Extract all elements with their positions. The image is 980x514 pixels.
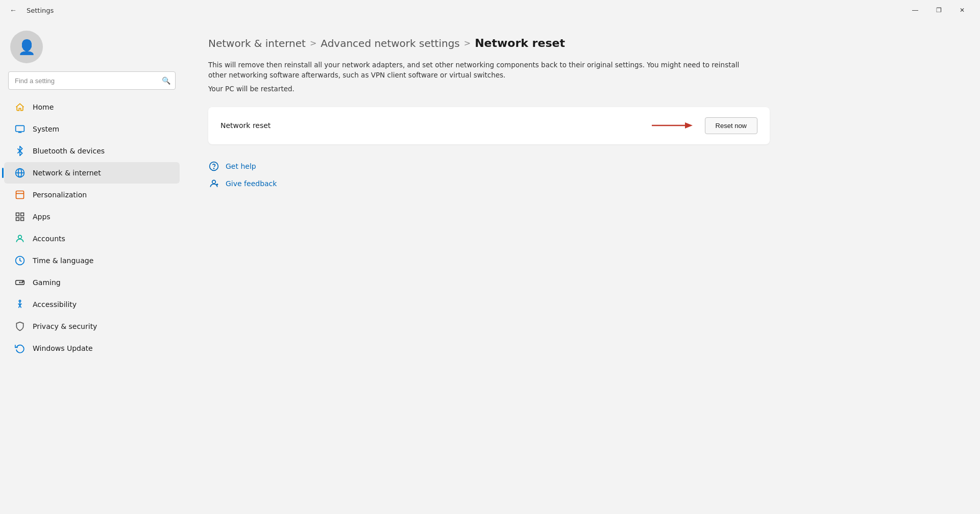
- update-icon: [14, 343, 26, 354]
- sidebar-item-label-gaming: Gaming: [33, 278, 61, 287]
- sidebar-item-accessibility[interactable]: Accessibility: [4, 294, 180, 315]
- sidebar-item-accounts[interactable]: Accounts: [4, 228, 180, 249]
- sidebar-item-label-network: Network & internet: [33, 169, 101, 177]
- help-link-give-feedback[interactable]: Give feedback: [208, 178, 412, 189]
- sidebar-item-label-system: System: [33, 125, 59, 133]
- sidebar-item-label-accessibility: Accessibility: [33, 300, 77, 309]
- apps-icon: [14, 211, 26, 222]
- back-button[interactable]: ←: [6, 3, 20, 17]
- system-icon: [14, 123, 26, 135]
- privacy-icon: [14, 321, 26, 332]
- maximize-button[interactable]: ❐: [927, 0, 950, 20]
- help-link-label-get-help: Get help: [226, 162, 256, 170]
- sidebar-item-bluetooth[interactable]: Bluetooth & devices: [4, 140, 180, 162]
- main-content: Network & internet > Advanced network se…: [184, 20, 980, 514]
- sidebar-item-gaming[interactable]: Gaming: [4, 272, 180, 293]
- user-profile[interactable]: 👤: [0, 20, 184, 71]
- sidebar-item-label-accounts: Accounts: [33, 235, 65, 243]
- sidebar-item-label-time: Time & language: [33, 256, 93, 265]
- give-feedback-icon: [208, 178, 219, 189]
- reset-now-button[interactable]: Reset now: [705, 117, 757, 134]
- avatar-icon: 👤: [18, 39, 36, 56]
- breadcrumb-advanced[interactable]: Advanced network settings: [321, 37, 459, 49]
- network-icon: [14, 167, 26, 178]
- search-box: 🔍: [8, 71, 176, 90]
- svg-rect-9: [16, 218, 19, 221]
- sidebar-item-home[interactable]: Home: [4, 96, 180, 118]
- avatar: 👤: [10, 31, 43, 63]
- reset-card-label: Network reset: [220, 121, 271, 130]
- accessibility-icon: [14, 299, 26, 310]
- help-link-label-give-feedback: Give feedback: [226, 179, 277, 188]
- accounts-icon: [14, 233, 26, 244]
- svg-point-11: [18, 235, 22, 239]
- get-help-icon: [208, 161, 219, 172]
- breadcrumb: Network & internet > Advanced network se…: [208, 37, 955, 49]
- home-icon: [14, 101, 26, 113]
- search-icon: 🔍: [162, 76, 170, 85]
- search-input[interactable]: [8, 71, 176, 90]
- breadcrumb-sep2: >: [464, 38, 471, 48]
- sidebar-item-network[interactable]: Network & internet: [4, 162, 180, 184]
- svg-point-26: [212, 180, 216, 184]
- sidebar-item-label-bluetooth: Bluetooth & devices: [33, 147, 105, 155]
- sidebar-item-privacy[interactable]: Privacy & security: [4, 316, 180, 337]
- time-icon: [14, 255, 26, 266]
- help-links: Get helpGive feedback: [208, 161, 412, 189]
- arrow-indicator: [652, 119, 693, 132]
- bluetooth-icon: [14, 145, 26, 157]
- svg-marker-23: [685, 122, 693, 128]
- sidebar-item-label-apps: Apps: [33, 213, 51, 221]
- svg-line-21: [20, 305, 21, 308]
- svg-rect-0: [16, 125, 24, 132]
- sidebar-item-apps[interactable]: Apps: [4, 206, 180, 227]
- help-link-get-help[interactable]: Get help: [208, 161, 412, 172]
- close-button[interactable]: ✕: [950, 0, 974, 20]
- gaming-icon: [14, 277, 26, 288]
- network-reset-card: Network reset Reset now: [208, 107, 770, 144]
- sidebar-item-label-update: Windows Update: [33, 344, 93, 352]
- sidebar-item-label-home: Home: [33, 103, 54, 111]
- page-note: Your PC will be restarted.: [208, 85, 955, 93]
- sidebar-item-label-privacy: Privacy & security: [33, 322, 97, 330]
- sidebar-item-personalization[interactable]: Personalization: [4, 184, 180, 205]
- svg-point-18: [19, 300, 20, 302]
- arrow-icon: [652, 119, 693, 132]
- sidebar-item-label-personalization: Personalization: [33, 191, 87, 199]
- svg-rect-7: [16, 213, 19, 216]
- minimize-button[interactable]: —: [903, 0, 927, 20]
- sidebar: 👤 🔍 HomeSystemBluetooth & devicesNetwork…: [0, 20, 184, 514]
- breadcrumb-current: Network reset: [475, 37, 565, 49]
- window-controls: — ❐ ✕: [903, 0, 974, 20]
- sidebar-item-update[interactable]: Windows Update: [4, 338, 180, 359]
- svg-point-17: [22, 281, 23, 282]
- svg-rect-10: [21, 218, 24, 221]
- sidebar-item-time[interactable]: Time & language: [4, 250, 180, 271]
- titlebar-controls: ← Settings: [6, 3, 54, 17]
- breadcrumb-sep1: >: [310, 38, 316, 48]
- personalization-icon: [14, 189, 26, 200]
- page-description: This will remove then reinstall all your…: [208, 60, 744, 81]
- reset-card-actions: Reset now: [652, 117, 757, 134]
- svg-rect-8: [21, 213, 24, 216]
- svg-rect-6: [16, 191, 24, 199]
- app-body: 👤 🔍 HomeSystemBluetooth & devicesNetwork…: [0, 20, 980, 514]
- titlebar: ← Settings — ❐ ✕: [0, 0, 980, 20]
- breadcrumb-network[interactable]: Network & internet: [208, 37, 306, 49]
- nav-list: HomeSystemBluetooth & devicesNetwork & i…: [0, 96, 184, 359]
- sidebar-item-system[interactable]: System: [4, 118, 180, 140]
- app-title: Settings: [27, 7, 54, 14]
